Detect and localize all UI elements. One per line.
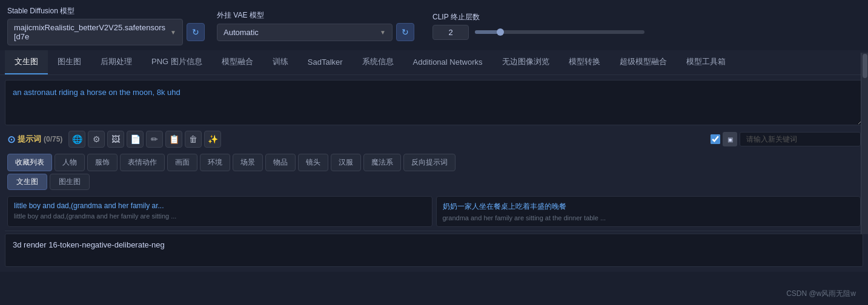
tab-train[interactable]: 训练 xyxy=(263,50,298,74)
main-content: an astronaut riding a horse on the moon,… xyxy=(0,75,868,272)
vae-model-dropdown[interactable]: Automatic ▼ xyxy=(217,24,393,41)
tab-system-info[interactable]: 系统信息 xyxy=(353,50,403,74)
vae-refresh-button[interactable]: ↻ xyxy=(396,23,414,41)
clip-section: CLIP 终止层数 2 xyxy=(432,12,644,40)
scrollbar-thumb xyxy=(863,54,867,78)
copy-from-image-button[interactable]: 🖼 xyxy=(107,131,124,148)
prompt-card-1[interactable]: 奶奶一家人坐在餐桌上吃着丰盛的晚餐 grandma and her family… xyxy=(436,196,861,227)
sd-model-value: majicmixRealistic_betterV2V25.safetensor… xyxy=(14,23,165,41)
tab-super-merge[interactable]: 超级模型融合 xyxy=(610,50,677,74)
delete-button[interactable]: 🗑 xyxy=(185,131,202,148)
prompt-label-text: 提示词 xyxy=(18,134,41,145)
clip-slider-container xyxy=(475,30,644,34)
tab-model-tools[interactable]: 模型工具箱 xyxy=(677,50,735,74)
cat-tab-person[interactable]: 人物 xyxy=(55,154,85,171)
edit-button[interactable]: ✏ xyxy=(146,131,163,148)
vae-model-value: Automatic xyxy=(224,28,259,37)
prompt-toolbar: ⊙ 提示词 (0/75) 🌐 ⚙ 🖼 📄 ✏ 📋 🗑 ✨ ▣ xyxy=(5,127,863,151)
clip-label: CLIP 终止层数 xyxy=(432,12,644,22)
clip-row: 2 xyxy=(432,25,644,40)
tab-sadtalker[interactable]: SadTalker xyxy=(298,51,353,74)
cat-tab-scene[interactable]: 场景 xyxy=(233,154,263,171)
trash-icon: 🗑 xyxy=(189,134,197,144)
cat-tab-clothing[interactable]: 服饰 xyxy=(87,154,118,171)
chevron-down-icon: ▼ xyxy=(380,29,386,36)
tab-model-convert[interactable]: 模型转换 xyxy=(559,50,610,74)
paste-image-icon: 📄 xyxy=(130,134,141,144)
sub-tab-txt2img[interactable]: 文生图 xyxy=(7,174,47,190)
keyword-checkbox[interactable] xyxy=(711,134,720,144)
sd-model-label: Stable Diffusion 模型 xyxy=(7,6,205,16)
cat-tab-hanfu[interactable]: 汉服 xyxy=(331,154,361,171)
sd-model-refresh-button[interactable]: ↻ xyxy=(187,23,205,41)
globe-button[interactable]: 🌐 xyxy=(68,131,85,148)
tab-postprocess[interactable]: 后期处理 xyxy=(91,50,142,74)
prompt-card-desc-0: little boy and dad,(grandma and her fami… xyxy=(14,212,426,220)
sub-tabs: 文生图 图生图 xyxy=(5,172,863,192)
tab-png-info[interactable]: PNG 图片信息 xyxy=(142,50,212,74)
refresh-icon: ↻ xyxy=(402,27,409,37)
tabs-bar: 文生图 图生图 后期处理 PNG 图片信息 模型融合 训练 SadTalker … xyxy=(0,50,868,75)
divider xyxy=(5,231,863,231)
cat-tab-lens[interactable]: 镜头 xyxy=(298,154,328,171)
positive-prompt-input[interactable]: an astronaut riding a horse on the moon,… xyxy=(5,80,863,125)
sd-model-dropdown[interactable]: majicmixRealistic_betterV2V25.safetensor… xyxy=(7,19,183,45)
prompt-card-0[interactable]: little boy and dad,(grandma and her fami… xyxy=(7,196,432,227)
paste-from-image-button[interactable]: 📄 xyxy=(127,131,144,148)
cat-tab-negative[interactable]: 反向提示词 xyxy=(403,154,456,171)
settings-button[interactable]: ⚙ xyxy=(88,131,105,148)
gear-icon: ⚙ xyxy=(93,134,101,144)
circle-check-icon: ⊙ xyxy=(7,134,15,145)
negative-prompt-area[interactable]: 3d render 16-token-negative-deliberate-n… xyxy=(5,234,863,267)
globe-icon: 🌐 xyxy=(72,134,82,144)
cat-tab-expression[interactable]: 表情动作 xyxy=(120,154,165,171)
sd-model-row: majicmixRealistic_betterV2V25.safetensor… xyxy=(7,19,205,45)
cat-tab-items[interactable]: 物品 xyxy=(265,154,296,171)
prompt-card-desc-1: grandma and her family are sitting at th… xyxy=(443,214,855,221)
prompt-label-container: ⊙ 提示词 (0/75) xyxy=(7,134,62,145)
tab-img2img[interactable]: 图生图 xyxy=(48,50,91,74)
negative-prompt-text: 3d render 16-token-negative-deliberate-n… xyxy=(13,240,165,249)
prompt-cards-container: little boy and dad,(grandma and her fami… xyxy=(5,192,863,231)
category-tabs: 收藏列表 人物 服饰 表情动作 画面 环境 场景 物品 镜头 汉服 魔法系 反向… xyxy=(5,151,863,172)
top-bar: Stable Diffusion 模型 majicmixRealistic_be… xyxy=(0,0,868,50)
edit-icon: ✏ xyxy=(151,134,158,144)
cat-tab-favorites[interactable]: 收藏列表 xyxy=(7,154,52,171)
sd-model-section: Stable Diffusion 模型 majicmixRealistic_be… xyxy=(7,6,205,45)
cat-tab-scene-type[interactable]: 画面 xyxy=(167,154,197,171)
clip-slider-thumb xyxy=(497,28,504,36)
magic-button[interactable]: ✨ xyxy=(204,131,221,148)
magic-icon: ✨ xyxy=(208,134,218,144)
tab-additional-networks[interactable]: Additional Networks xyxy=(403,51,492,74)
cat-tab-environment[interactable]: 环境 xyxy=(200,154,230,171)
copy-button[interactable]: 📋 xyxy=(165,131,182,148)
chevron-down-icon: ▼ xyxy=(170,29,176,36)
vae-model-label: 外挂 VAE 模型 xyxy=(217,10,414,21)
cat-tab-magic[interactable]: 魔法系 xyxy=(363,154,401,171)
keyword-input[interactable] xyxy=(740,132,861,146)
right-scrollbar[interactable] xyxy=(861,53,868,234)
prompt-card-title-1: 奶奶一家人坐在餐桌上吃着丰盛的晚餐 xyxy=(443,202,855,212)
clip-value: 2 xyxy=(432,25,469,40)
tab-infinite-browse[interactable]: 无边图像浏览 xyxy=(492,50,559,74)
copy-image-icon: 🖼 xyxy=(111,134,120,144)
refresh-icon: ↻ xyxy=(192,27,199,37)
prompt-count: (0/75) xyxy=(44,135,62,143)
vae-model-section: 外挂 VAE 模型 Automatic ▼ ↻ xyxy=(217,10,414,41)
vae-model-row: Automatic ▼ ↻ xyxy=(217,23,414,41)
tab-txt2img[interactable]: 文生图 xyxy=(5,50,48,74)
tab-model-merge[interactable]: 模型融合 xyxy=(212,50,263,74)
sub-tab-img2img[interactable]: 图生图 xyxy=(50,174,90,190)
toggle-panel-button[interactable]: ▣ xyxy=(723,132,737,146)
prompt-card-title-0: little boy and dad,(grandma and her fami… xyxy=(14,202,426,210)
copy-icon: 📋 xyxy=(169,134,179,144)
clip-slider-track[interactable] xyxy=(475,30,644,34)
